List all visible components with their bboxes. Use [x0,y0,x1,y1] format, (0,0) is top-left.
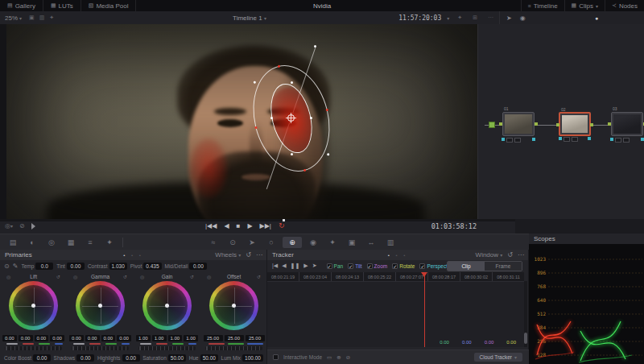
corrector-node-03[interactable]: 03 [611,112,643,136]
rotate-checkbox[interactable]: ✓Rotate [392,263,415,269]
more-options-icon[interactable]: ⋯ [256,251,262,259]
window-control-point[interactable] [254,126,258,130]
tint-value[interactable]: 0.00 [67,263,85,270]
stereo-3d-icon[interactable]: ▥ [381,238,400,246]
rotation-handle-point[interactable] [314,45,316,48]
timeline-name-select[interactable]: Timeline 1 ▾ [193,14,306,22]
offset-blue-value[interactable]: 25.00 [246,335,265,341]
audio-mute-icon[interactable] [31,223,39,230]
tracker-playhead-line[interactable] [424,272,425,347]
viewer-zoom-select[interactable]: 25% ▾ [0,14,27,22]
rgb-mixer-icon[interactable]: ≡ [80,238,100,246]
tracker-icon[interactable]: ⊕ [283,237,302,248]
wheel-reset-icon[interactable]: ↺ [257,274,261,279]
node-graph-input[interactable] [489,122,495,128]
viewer-options-icon[interactable]: ⋯ [488,14,493,21]
pointer-tool-icon[interactable]: ➤ [506,14,512,22]
reset-icon[interactable]: ↺ [246,251,251,259]
luts-button[interactable]: ▦ LUTs [43,0,81,11]
offset-red-value[interactable]: 25.00 [204,335,223,341]
insert-point-icon[interactable]: ➤ [312,263,317,269]
clip-mode-button[interactable]: Clip [448,262,485,271]
window-control-point[interactable] [270,117,273,119]
video-frame[interactable] [6,24,477,219]
mid-detail-value[interactable]: 0.00 [189,263,207,270]
gamma-green-value[interactable]: 0.00 [101,335,116,341]
gamma-blue-value[interactable]: 0.00 [117,335,131,341]
corrector-node-01[interactable]: 01 [502,112,535,136]
lift-green-value[interactable]: 0.00 [35,335,49,341]
gain-master-slider[interactable] [138,346,196,350]
hue-value[interactable]: 50.00 [200,354,218,362]
gain-green-value[interactable]: 1.00 [168,335,183,341]
gamma-red-value[interactable]: 0.00 [85,335,100,341]
gamma-color-wheel[interactable] [76,281,125,330]
lift-blue-value[interactable]: 0.00 [50,335,64,341]
magic-mask-icon[interactable]: ◉ [303,238,323,246]
track-forward-button[interactable]: ▶ [303,263,308,269]
media-pool-button[interactable]: ▧ Media Pool [81,0,137,11]
window-control-point[interactable] [310,117,312,119]
tracker-point-delete-icon[interactable]: ⊘ [346,354,350,361]
loop-icon[interactable]: ↻ [279,221,285,230]
sizing-icon[interactable]: ↔ [361,238,381,246]
shadows-value[interactable]: 0.00 [76,354,94,362]
highlights-value[interactable]: 0.00 [122,354,140,362]
split-view-icon[interactable]: ▥ [39,14,45,21]
color-wheels-icon[interactable]: ◎ [42,238,61,246]
zoom-checkbox[interactable]: ✓Zoom [367,263,388,269]
expand-viewer-icon[interactable]: ⊞ [473,14,477,21]
curves-icon[interactable]: ≈ [204,238,223,246]
timeline-toggle-button[interactable]: ≡ Timeline [521,0,564,11]
wheel-target-icon[interactable]: ◎ [140,274,144,279]
gain-red-value[interactable]: 1.00 [152,335,167,341]
gamma-master-value[interactable]: 0.00 [69,335,84,341]
chevron-down-icon[interactable]: ▾ [447,15,449,21]
wheel-reset-icon[interactable]: ↺ [123,274,127,279]
play-button[interactable]: ▶ [247,222,252,230]
auto-balance-icon[interactable]: ⊙ [4,263,10,270]
blur-icon[interactable]: ✦ [323,238,342,246]
key-icon[interactable]: ▣ [342,238,361,246]
unmix-icon[interactable]: ⊘ [19,222,25,230]
wipe-mode-icon[interactable]: ▣ [29,14,35,21]
window-control-point[interactable] [278,65,281,68]
clips-toggle-button[interactable]: ▦ Clips ▾ [564,0,605,11]
wheel-target-icon[interactable]: ◎ [207,274,211,279]
step-back-button[interactable]: ◀ [224,222,229,230]
pivot-value[interactable]: 0.435 [143,263,161,270]
hdr-grade-icon[interactable]: ▦ [61,238,80,246]
window-mode-select[interactable]: Window ▾ [476,251,503,259]
track-reverse-button[interactable]: ◀ [282,263,286,269]
settings-icon[interactable]: ↺ [507,251,513,259]
pan-tool-icon[interactable]: ◉ [520,14,526,22]
tracker-timeline-ruler[interactable]: 08:00:21:19 08:00:23:04 08:00:24:13 08:0… [267,272,524,281]
corrector-node-02-selected[interactable]: 02 [559,112,591,136]
interactive-mode-checkbox[interactable] [273,354,279,360]
lum-mix-value[interactable]: 100.00 [242,354,263,362]
grade-bypass-icon[interactable]: ◎▾ [5,222,13,230]
power-window-icon[interactable]: ○ [262,238,281,246]
lift-red-value[interactable]: 0.00 [19,335,33,341]
wheels-mode-select[interactable]: Wheels ▾ [215,251,241,259]
contrast-value[interactable]: 1.030 [109,263,127,270]
stop-button[interactable]: ■ [237,222,241,230]
color-match-icon[interactable]: ◐ [23,238,42,246]
temp-value[interactable]: 0.0 [35,263,53,270]
frame-mode-button[interactable]: Frame [485,262,522,271]
lift-master-value[interactable]: 0.00 [2,335,17,341]
color-boost-value[interactable]: 0.00 [33,354,51,362]
waveform-scope[interactable]: 1023 896 768 640 512 384 256 128 [529,244,644,364]
gain-color-wheel[interactable] [142,281,192,330]
camera-raw-icon[interactable]: ▤ [3,238,23,246]
offset-master-slider[interactable] [205,346,262,350]
picker-icon[interactable]: ➤ [242,238,262,246]
saturation-value[interactable]: 50.00 [168,354,186,362]
wheel-target-icon[interactable]: ◎ [6,274,10,279]
first-frame-button[interactable]: |◀◀ [205,222,217,230]
pan-checkbox[interactable]: ✓Pan [327,263,344,269]
window-control-point[interactable] [291,81,293,84]
last-frame-button[interactable]: ▶▶| [260,222,271,230]
gain-blue-value[interactable]: 1.00 [184,335,198,341]
window-control-point[interactable] [291,153,293,155]
